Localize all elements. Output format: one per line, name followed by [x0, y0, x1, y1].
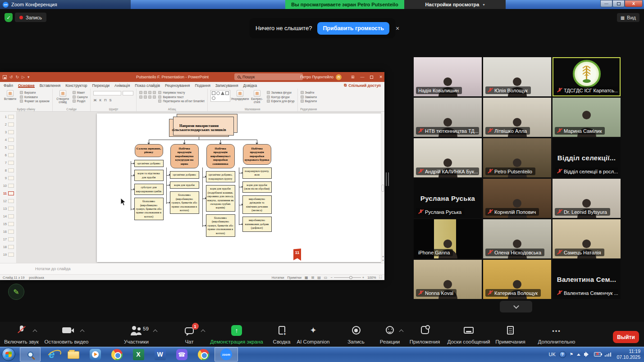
previous-slide-button[interactable]: ▲ [381, 255, 385, 258]
powerpoint-search-box[interactable]: Пошук [234, 73, 303, 80]
slide-thumbnail[interactable]: 4 [0, 136, 16, 144]
language-indicator[interactable]: UK [549, 352, 556, 357]
layout-button[interactable]: Макет [73, 91, 88, 94]
participant-tile[interactable]: Корнелій Попович [483, 179, 551, 218]
notes-pane[interactable]: Нотатки до слайда [0, 263, 384, 274]
participant-tile[interactable]: Андрій КАЛИНКА Бук... [414, 138, 482, 177]
taskbar-word[interactable]: W [150, 347, 170, 362]
slide-thumbnail[interactable]: 8 [0, 167, 16, 174]
ribbon-display-icon[interactable]: ⊞ [351, 75, 355, 79]
customize-quick-access-icon[interactable]: ▾ [27, 75, 30, 79]
taskbar-search-button[interactable] [20, 347, 41, 362]
minimize-button[interactable]: — [600, 0, 612, 7]
align-text-button[interactable]: Вирівняти текст [158, 95, 204, 99]
slide-thumbnail[interactable]: 12 [0, 197, 16, 205]
notes-toggle[interactable]: Нотатки [272, 276, 284, 280]
maximize-button[interactable] [612, 0, 625, 7]
new-slide-button[interactable]: Створити слайд [55, 90, 70, 104]
taskbar-internet-explorer[interactable]: e [41, 347, 62, 362]
taskbar-file-explorer[interactable] [63, 347, 84, 362]
slide-canvas[interactable]: Напрями використання сільськогосподарськ… [17, 112, 381, 263]
zoom-out-icon[interactable]: − [330, 276, 332, 280]
participant-tile[interactable]: Юлія Волощук [483, 57, 551, 96]
font-style-buttons[interactable]: Ж К П S [93, 97, 133, 102]
taskbar-viber[interactable]: ☎ [171, 347, 192, 362]
tab-transitions[interactable]: Переходи [92, 83, 110, 88]
participant-tile-active-speaker[interactable]: ТДСГДС ІСГ Карпатсь... [553, 57, 621, 96]
stop-video-button[interactable]: Остановить видео [43, 322, 90, 347]
section-button[interactable]: Розділ [73, 100, 88, 103]
normal-view-icon[interactable]: ▦ [305, 276, 308, 280]
shape-fill-button[interactable]: Заливка фігури [267, 91, 295, 94]
slide-thumbnail[interactable]: 15 [0, 220, 16, 228]
font-size-dropdown[interactable] [123, 91, 133, 95]
shape-effects-button[interactable]: Ефекти для фігур [267, 100, 295, 103]
share-button[interactable]: ⧉ Спільний доступ [344, 83, 381, 88]
slide-thumbnail[interactable]: 16 [0, 228, 16, 235]
help-icon[interactable]: ? [559, 351, 566, 358]
participant-tile[interactable]: Літвішко Алла [483, 98, 551, 137]
comments-toggle[interactable]: Примітки [288, 276, 301, 280]
increase-volume-button[interactable]: Прибавить громкость [317, 22, 389, 35]
slide-thumbnail[interactable]: 18 [0, 243, 16, 251]
taskbar-excel[interactable]: X [128, 347, 149, 362]
reading-view-icon[interactable]: ▤ [317, 276, 321, 280]
align-left-icon[interactable] [139, 95, 142, 99]
language-indicator[interactable]: російська [29, 276, 44, 280]
shapes-gallery[interactable] [210, 90, 230, 102]
tab-help[interactable]: Довідка [243, 83, 257, 88]
taskbar-media-player[interactable] [85, 347, 105, 362]
taskbar-zoom-active[interactable]: zoom [215, 347, 238, 362]
participant-tile[interactable]: Nonna Koval [414, 260, 482, 299]
audio-options-chevron[interactable] [33, 330, 37, 334]
replace-button[interactable]: Замінити [301, 95, 317, 99]
zoom-slider-knob[interactable] [349, 276, 352, 279]
powerpoint-account[interactable]: Петро Пуцентейло П [300, 72, 342, 82]
participant-tile[interactable]: Марина Самілик [553, 98, 621, 137]
network-signal-icon[interactable] [605, 353, 612, 357]
recording-indicator[interactable]: Запись [15, 13, 46, 22]
tab-file[interactable]: Файл [4, 83, 13, 88]
tab-record[interactable]: Записування [215, 83, 238, 88]
slide-thumbnail[interactable]: 10 [0, 182, 16, 190]
shape-outline-button[interactable]: Контур фігури [267, 95, 295, 99]
participant-tile[interactable]: Валентина Сем... Валентина Семенчук ... [553, 260, 621, 299]
tab-design[interactable]: Конструктор [65, 83, 87, 88]
start-presentation-icon[interactable]: ▷ [22, 75, 25, 79]
align-center-icon[interactable] [144, 95, 147, 99]
leave-meeting-button[interactable]: Выйти [613, 331, 639, 343]
close-button[interactable]: X [625, 0, 643, 7]
participants-button[interactable]: 59 Участники [115, 322, 158, 347]
panel-drag-handle[interactable] [386, 172, 389, 186]
slide-thumbnail-active[interactable]: 11 [0, 190, 16, 197]
paste-button[interactable]: Вставити [3, 90, 18, 101]
participant-tile[interactable]: Petro Putsenteilo [483, 138, 551, 177]
scrollbar-thumb[interactable] [382, 185, 384, 192]
gallery-scroll-down-button[interactable] [500, 301, 532, 312]
slide-thumbnail[interactable]: 17 [0, 235, 16, 243]
copy-button[interactable]: Копіювати [20, 95, 50, 99]
slide-scrollbar[interactable]: ▲ ▼ [381, 112, 384, 263]
justify-icon[interactable] [153, 95, 156, 99]
format-painter-button[interactable]: Формат за зразком [20, 100, 50, 103]
participant-tile[interactable]: Руслана Руська Руслана Руська [414, 179, 482, 218]
more-button[interactable]: ••• Дополнительно [534, 322, 579, 347]
slide-thumbnail[interactable]: 1 [0, 113, 16, 121]
participants-options-chevron[interactable] [153, 330, 158, 334]
slide-sorter-icon[interactable]: ⊞ [311, 276, 315, 280]
indent-icon[interactable] [148, 91, 151, 94]
slideshow-view-icon[interactable]: ▭ [324, 276, 328, 280]
taskbar-chrome[interactable] [106, 347, 127, 362]
tab-insert[interactable]: Вставлення [40, 83, 60, 88]
participant-tile[interactable]: Олена Нісходовська [483, 219, 551, 258]
tab-home[interactable]: Основне [18, 83, 35, 88]
participant-tile[interactable]: Відділ селекції... Відділ селекції в рос… [553, 138, 621, 177]
reactions-options-chevron[interactable] [399, 330, 404, 334]
align-right-icon[interactable] [148, 95, 151, 99]
participant-tile[interactable]: iPhone Ganna [414, 219, 482, 258]
numbering-icon[interactable] [144, 91, 147, 94]
arrange-button[interactable]: Упорядкувати [233, 90, 247, 101]
fit-slide-icon[interactable]: ⛶ [379, 275, 382, 280]
toast-close-icon[interactable]: × [396, 25, 399, 32]
smartart-button[interactable]: Перетворити на об'єкт SmartArt [158, 100, 204, 103]
